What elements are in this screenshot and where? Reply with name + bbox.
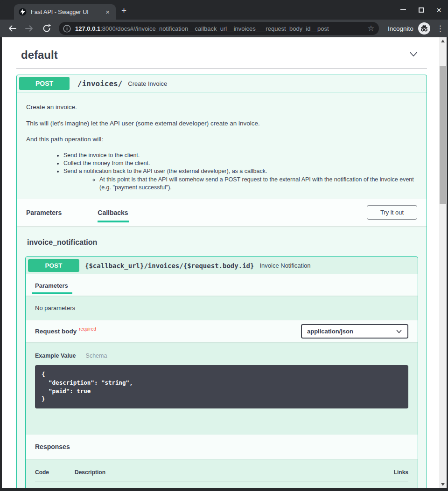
- request-body-label: Request body: [35, 328, 77, 335]
- tab-close-icon[interactable]: ×: [104, 8, 111, 16]
- opblock-invoice-notification: POST {$callback_url}/invoices/{$request.…: [25, 256, 418, 488]
- back-icon[interactable]: [7, 23, 17, 34]
- operation-tab-header: Parameters Callbacks Try it out: [17, 199, 427, 226]
- url-text: 127.0.0.1:8000/docs#//invoice_notificati…: [75, 25, 329, 32]
- incognito-icon: [418, 22, 430, 35]
- model-example-section: Example Value Schema { "description": "s…: [26, 342, 418, 435]
- description-bullet-list: Send the invoice to the client. Collect …: [26, 152, 417, 192]
- forward-icon[interactable]: [24, 23, 35, 34]
- responses-table-section: Code Description Links 200: [26, 459, 418, 488]
- no-parameters-text: No parameters: [26, 296, 418, 320]
- browser-menu-icon[interactable]: ⋮: [436, 25, 444, 33]
- responses-table: Code Description Links 200: [35, 469, 408, 488]
- scroll-up-icon[interactable]: [439, 37, 447, 45]
- minimize-icon[interactable]: [400, 9, 406, 10]
- page-scrollbar[interactable]: [439, 37, 447, 488]
- swagger-page: default POST /invoices/ Create Invoice C…: [2, 37, 439, 488]
- tab-separator: [81, 353, 81, 359]
- response-code: 200: [35, 482, 75, 488]
- tab-callback-parameters[interactable]: Parameters: [35, 282, 68, 289]
- column-header-description: Description: [75, 469, 316, 482]
- response-description-cell: Successful Response: [75, 482, 316, 488]
- operation-summary: Create Invoice: [128, 80, 167, 87]
- operation-description: Create an invoice. This will (let's imag…: [17, 92, 427, 199]
- bullet-item: Send the invoice to the client.: [63, 152, 417, 159]
- tab-callbacks[interactable]: Callbacks: [98, 209, 128, 216]
- responses-table-header-row: Code Description Links: [35, 469, 408, 482]
- example-schema-tabs: Example Value Schema: [35, 353, 408, 359]
- maximize-icon[interactable]: [419, 7, 424, 13]
- description-paragraph: Create an invoice.: [26, 103, 417, 111]
- window-controls: ×: [400, 0, 441, 20]
- reload-icon[interactable]: [42, 23, 52, 34]
- try-it-out-button[interactable]: Try it out: [367, 205, 417, 220]
- operation-path: /invoices/: [77, 79, 122, 88]
- section-header-default[interactable]: default: [16, 47, 427, 62]
- window-close-icon[interactable]: ×: [436, 6, 441, 14]
- description-sub-bullet-list: At this point is that the API will someh…: [63, 176, 417, 192]
- description-paragraph: This will (let's imagine) let the API us…: [26, 119, 417, 128]
- scroll-down-icon[interactable]: [439, 481, 447, 488]
- bullet-item: Collect the money from the client.: [63, 159, 417, 167]
- method-badge: POST: [28, 259, 79, 272]
- browser-window: Fast API - Swagger UI × + × 127.0.0: [0, 0, 448, 491]
- browser-titlebar: Fast API - Swagger UI × + ×: [0, 0, 448, 20]
- content-type-select[interactable]: application/json: [301, 324, 408, 339]
- scrollbar-thumb[interactable]: [440, 66, 446, 204]
- url-path: :8000/docs#//invoice_notification__callb…: [100, 25, 329, 32]
- operation-tabs: Parameters Callbacks: [26, 209, 128, 216]
- opblock-summary[interactable]: POST /invoices/ Create Invoice: [17, 75, 427, 92]
- bookmark-star-icon[interactable]: ☆: [368, 25, 374, 32]
- tab-example-value[interactable]: Example Value: [35, 353, 76, 359]
- chevron-down-icon[interactable]: [408, 49, 419, 59]
- sub-bullet-item: At this point is that the API will someh…: [99, 176, 417, 192]
- content-type-value: application/json: [307, 328, 353, 335]
- browser-toolbar: 127.0.0.1:8000/docs#//invoice_notificati…: [0, 20, 448, 37]
- select-chevron-icon: [396, 328, 402, 335]
- callback-path: {$callback_url}/invoices/{$request.body.…: [85, 262, 254, 270]
- tab-title: Fast API - Swagger UI: [31, 9, 89, 15]
- response-row-200: 200 Successful Response No links: [35, 482, 408, 488]
- fastapi-favicon-icon: [19, 8, 27, 16]
- site-info-icon[interactable]: [63, 25, 71, 33]
- responses-header: Responses: [26, 435, 418, 459]
- callback-parameters-header: Parameters: [26, 274, 418, 296]
- tab-schema[interactable]: Schema: [86, 353, 107, 359]
- url-host: 127.0.0.1: [75, 25, 100, 32]
- browser-tab[interactable]: Fast API - Swagger UI ×: [14, 4, 116, 20]
- callback-summary[interactable]: POST {$callback_url}/invoices/{$request.…: [26, 257, 418, 274]
- callbacks-section: invoice_notification POST {$callback_url…: [17, 226, 427, 488]
- bullet-item: Send a notification back to the API user…: [63, 167, 417, 192]
- tab-parameters[interactable]: Parameters: [26, 209, 62, 216]
- request-body-header: Request body required application/json: [26, 320, 418, 342]
- column-header-code: Code: [35, 469, 75, 482]
- incognito-indicator: Incognito: [388, 22, 430, 35]
- section-title: default: [21, 48, 58, 62]
- callback-summary-text: Invoice Notification: [259, 262, 310, 269]
- address-bar[interactable]: 127.0.0.1:8000/docs#//invoice_notificati…: [59, 22, 379, 35]
- response-links: No links: [316, 482, 408, 488]
- description-paragraph: And this path operation will:: [26, 135, 417, 144]
- opblock-create-invoice: POST /invoices/ Create Invoice Create an…: [16, 75, 427, 488]
- callback-name: invoice_notification: [25, 238, 418, 247]
- required-badge: required: [79, 326, 96, 332]
- example-code-block[interactable]: { "description": "string", "paid": true …: [35, 365, 408, 408]
- incognito-label: Incognito: [388, 25, 413, 32]
- method-badge: POST: [19, 77, 70, 90]
- section-divider: [16, 68, 427, 69]
- column-header-links: Links: [316, 469, 408, 482]
- new-tab-icon[interactable]: +: [121, 6, 126, 15]
